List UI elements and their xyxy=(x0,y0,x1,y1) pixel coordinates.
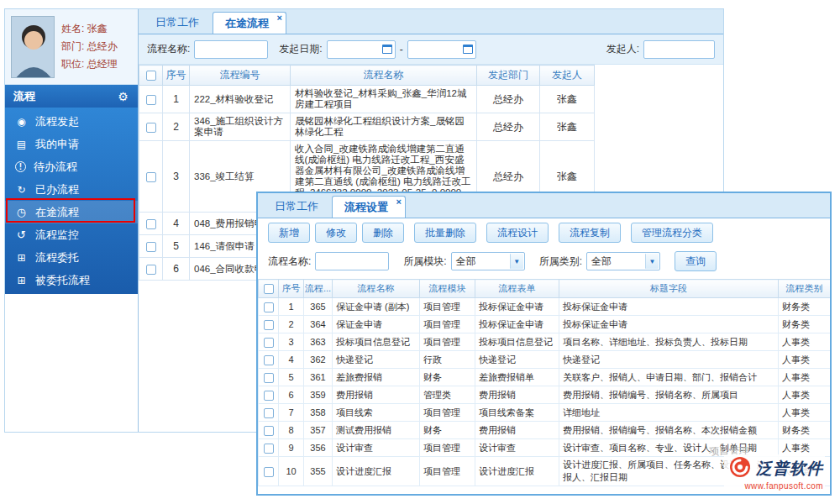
cell-name: 项目线索 xyxy=(333,404,420,422)
tab-daily-work[interactable]: 日常工作 xyxy=(144,12,211,34)
process-row[interactable]: 4 362 快递登记 行政 快递登记 快递登记 人事类 xyxy=(259,351,831,369)
row-checkbox[interactable] xyxy=(264,302,274,312)
calendar-icon[interactable] xyxy=(382,45,392,54)
module-select[interactable]: 全部 xyxy=(451,252,525,270)
sidebar-title: 流程 xyxy=(13,89,35,104)
close-icon[interactable]: × xyxy=(277,13,282,23)
row-checkbox[interactable] xyxy=(146,219,156,229)
cell-name: 设计进度汇报 xyxy=(333,457,420,486)
close-icon[interactable]: × xyxy=(396,197,402,207)
cell-no: 3 xyxy=(279,333,304,351)
row-checkbox[interactable] xyxy=(146,265,156,275)
annotation-red-box xyxy=(6,198,135,223)
column-header-code: 流程编号 xyxy=(190,66,291,86)
sidebar-item-process-monitor[interactable]: 流程监控 xyxy=(5,223,138,246)
edit-button[interactable]: 修改 xyxy=(315,223,357,243)
date-to-field[interactable] xyxy=(407,40,476,59)
monitor-icon xyxy=(15,228,28,241)
process-name-label: 流程名称: xyxy=(147,42,190,56)
process-row[interactable]: 6 359 费用报销 管理类 费用报销 费用报销、报销编号、报销名称、所属项目 … xyxy=(259,386,831,404)
select-all-checkbox[interactable] xyxy=(264,284,274,294)
process-name-input[interactable] xyxy=(315,252,389,270)
cell-no: 8 xyxy=(279,422,304,439)
process-row[interactable]: 5 361 差旅费报销 财务 差旅费报销单 关联客户、报销人、申请日期、部门、报… xyxy=(259,369,831,386)
sidebar-item-delegated-processes[interactable]: 被委托流程 xyxy=(5,269,138,291)
date-from-input[interactable] xyxy=(330,45,381,55)
sender-input[interactable] xyxy=(643,40,715,59)
table-header-row: 序号 流程... 流程名称 流程模块 流程表单 标题字段 流程类别 xyxy=(259,280,831,298)
cell-name: 费用报销 xyxy=(333,386,420,404)
row-checkbox[interactable] xyxy=(146,172,156,182)
sidebar-item-process-delegate[interactable]: 流程委托 xyxy=(5,246,138,269)
process-name-input[interactable] xyxy=(194,40,268,59)
tab-process-settings[interactable]: 流程设置 × xyxy=(332,196,406,218)
category-select[interactable]: 全部 xyxy=(586,252,660,270)
date-from-field[interactable] xyxy=(327,40,396,59)
sidebar-item-label: 我的申请 xyxy=(35,137,79,152)
cell-category: 人事类 xyxy=(779,333,831,351)
column-header-no: 序号 xyxy=(163,66,190,86)
row-checkbox[interactable] xyxy=(264,391,274,401)
search-button[interactable]: 查询 xyxy=(675,251,717,271)
row-checkbox[interactable] xyxy=(264,408,274,418)
calendar-icon[interactable] xyxy=(463,45,473,54)
process-copy-button[interactable]: 流程复制 xyxy=(559,223,621,243)
row-checkbox[interactable] xyxy=(146,95,156,105)
sidebar-item-pending-processes[interactable]: 待办流程 xyxy=(5,155,138,178)
add-button[interactable]: 新增 xyxy=(268,223,310,243)
cell-category: 人事类 xyxy=(779,386,831,404)
select-all-checkbox[interactable] xyxy=(146,71,156,81)
cell-no: 7 xyxy=(279,404,304,422)
sidebar-item-process-start[interactable]: 流程发起 xyxy=(5,110,138,133)
date-to-input[interactable] xyxy=(411,45,461,55)
row-checkbox[interactable] xyxy=(264,320,274,330)
row-checkbox[interactable] xyxy=(264,467,274,477)
row-checkbox[interactable] xyxy=(146,123,156,133)
process-design-button[interactable]: 流程设计 xyxy=(486,223,549,243)
cell-no: 6 xyxy=(279,386,304,404)
row-checkbox[interactable] xyxy=(264,355,274,365)
process-row[interactable]: 7 358 项目线索 项目管理 项目线索备案 详细地址 人事类 xyxy=(259,404,831,422)
process-row[interactable]: 8 357 测试费用报销 财务 费用报销 费用报销、报销编号、报销名称、本次报销… xyxy=(259,422,831,439)
cell-code: 346_施工组织设计方案申请 xyxy=(190,113,291,141)
manage-category-button[interactable]: 管理流程分类 xyxy=(631,223,713,243)
cell-module: 财务 xyxy=(420,369,475,386)
cell-no: 5 xyxy=(279,369,304,386)
sitemap-icon xyxy=(15,252,28,264)
row-checkbox[interactable] xyxy=(264,373,274,383)
process-row[interactable]: 1 365 保证金申请 (副本) 项目管理 投标保证金申请 投标保证金申请 财务… xyxy=(259,298,831,316)
row-checkbox[interactable] xyxy=(264,444,274,454)
redo-icon xyxy=(15,184,28,196)
sidebar-item-done-processes[interactable]: 已办流程 xyxy=(5,178,138,201)
column-header-category: 流程类别 xyxy=(779,280,831,298)
sidebar-item-my-applications[interactable]: 我的申请 xyxy=(5,133,138,155)
cell-title-fields: 详细地址 xyxy=(559,404,779,422)
gear-icon[interactable] xyxy=(117,90,129,103)
row-checkbox[interactable] xyxy=(264,426,274,436)
vendor-name: 泛普软件 xyxy=(756,458,823,480)
table-row[interactable]: 2 346_施工组织设计方案申请 晟铭园林绿化工程组织设计方案_晟铭园林绿化工程… xyxy=(139,113,595,141)
vendor-logo-icon xyxy=(729,456,751,481)
cell-category: 人事类 xyxy=(779,351,831,369)
chevron-down-icon[interactable] xyxy=(645,254,659,269)
row-checkbox[interactable] xyxy=(146,242,156,252)
tab-daily-work[interactable]: 日常工作 xyxy=(263,196,330,218)
cell-no: 4 xyxy=(163,213,190,235)
sidebar-item-label: 流程监控 xyxy=(35,228,79,243)
cell-code: 357 xyxy=(304,422,333,439)
cell-no: 1 xyxy=(279,298,304,316)
batch-delete-button[interactable]: 批量删除 xyxy=(414,223,476,243)
tab-in-transit[interactable]: 在途流程 × xyxy=(213,12,286,34)
table-row[interactable]: 1 222_材料验收登记 材料验收登记_材料采购_张鑫_华润12城房建工程项目 … xyxy=(139,86,595,113)
row-checkbox[interactable] xyxy=(264,338,274,348)
tab-label: 流程设置 xyxy=(344,200,388,215)
delete-button[interactable]: 删除 xyxy=(362,223,404,243)
process-row[interactable]: 2 364 保证金申请 项目管理 投标保证金申请 投标保证金申请 财务类 xyxy=(259,316,831,333)
cell-code: 365 xyxy=(304,298,333,316)
cell-module: 项目管理 xyxy=(420,316,475,333)
cell-name: 投标项目信息登记 xyxy=(333,333,420,351)
process-row[interactable]: 3 363 投标项目信息登记 项目管理 投标项目信息登记 项目名称、详细地址、投… xyxy=(259,333,831,351)
cell-name: 保证金申请 (副本) xyxy=(333,298,420,316)
cell-module: 项目管理 xyxy=(420,298,475,316)
chevron-down-icon[interactable] xyxy=(510,254,523,269)
